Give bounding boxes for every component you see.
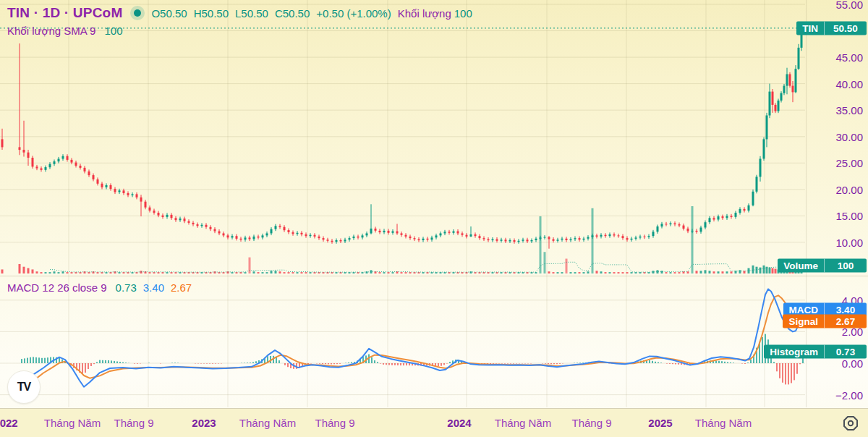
- volume-value: 100: [454, 7, 472, 20]
- volume-indicator-header[interactable]: Khối lượng SMA 9 100: [7, 25, 122, 37]
- time-label-year: 2022: [0, 417, 18, 429]
- macd-tick-label: −2.00: [835, 389, 863, 401]
- market-status-dot-icon: [134, 9, 141, 17]
- low-value: L50.50: [235, 7, 268, 20]
- macd-tick-label: 0.00: [842, 357, 863, 370]
- open-value: O50.50: [151, 7, 187, 20]
- histogram-value-badge: Histogram0.73: [764, 345, 867, 359]
- symbol-title[interactable]: TIN · 1D · UPCoM: [7, 5, 122, 21]
- symbol-header: TIN · 1D · UPCoM O50.50 H50.50 L50.50 C5…: [7, 5, 472, 21]
- high-value: H50.50: [194, 7, 229, 20]
- time-label-month: Tháng Năm: [44, 417, 101, 429]
- tradingview-logo[interactable]: TV: [7, 370, 41, 404]
- price-tick-label: 25.00: [835, 157, 863, 169]
- timezone-settings-gear-icon[interactable]: [841, 414, 860, 433]
- price-tick-label: 40.00: [835, 77, 863, 90]
- time-label-month: Tháng 9: [114, 417, 153, 429]
- volume-badge: Volume100: [778, 259, 867, 273]
- pane-separator[interactable]: [0, 276, 868, 276]
- volume-sma-label: Khối lượng SMA 9: [7, 25, 95, 37]
- time-label-year: 2023: [192, 417, 216, 429]
- price-tick-label: 10.00: [835, 236, 863, 248]
- chart-canvas[interactable]: [0, 0, 868, 437]
- price-tick-label: 20.00: [835, 183, 863, 195]
- price-tick-label: 45.00: [835, 51, 863, 64]
- time-label-month: Tháng Năm: [239, 417, 296, 429]
- time-label-month: Tháng 9: [315, 417, 354, 429]
- price-tick-label: 15.00: [835, 210, 863, 222]
- macd-settings-label: MACD 12 26 close 9: [7, 281, 107, 294]
- volume-label: Khối lượng: [398, 7, 451, 20]
- price-tick-label: 35.00: [835, 104, 863, 116]
- change-value: +0.50 (+1.00%): [316, 7, 391, 20]
- price-tick-label: 55.00: [835, 0, 863, 11]
- close-value: C50.50: [275, 7, 310, 20]
- price-tick-label: 30.00: [835, 130, 863, 143]
- time-label-month: Tháng Năm: [695, 417, 752, 429]
- time-label-month: Tháng 9: [571, 417, 611, 429]
- time-axis[interactable]: 2022Tháng NămTháng 92023Tháng NămTháng 9…: [0, 408, 868, 437]
- time-label-year: 2025: [648, 417, 672, 429]
- macd-hist-value: 0.73: [116, 281, 137, 294]
- macd-indicator-header[interactable]: MACD 12 26 close 9 0.73 3.40 2.67: [7, 281, 192, 294]
- time-label-month: Tháng Năm: [495, 417, 551, 429]
- macd-line-value: 3.40: [143, 281, 164, 294]
- signal-value-badge: Signal2.67: [783, 314, 867, 328]
- volume-sma-value: 100: [104, 25, 122, 37]
- time-label-year: 2024: [447, 417, 471, 429]
- last-price-badge: TIN50.50: [796, 21, 867, 35]
- macd-signal-value: 2.67: [171, 281, 192, 294]
